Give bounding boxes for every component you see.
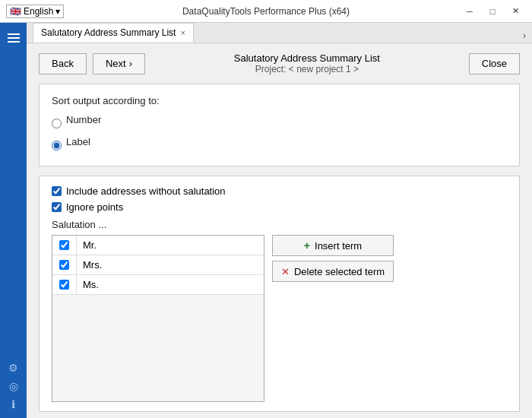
menu-line xyxy=(8,33,20,35)
sort-label: Sort output according to: xyxy=(52,95,507,106)
salutation-label: Salutation ... xyxy=(52,219,507,230)
toolbar-title-main: Salutatory Address Summary List xyxy=(151,52,463,64)
sal-text-mr: Mr. xyxy=(77,239,264,251)
salutation-empty-area xyxy=(52,295,264,401)
sidebar: ⚙ ◎ ℹ xyxy=(0,23,27,418)
toolbar: Back Next › Salutatory Address Summary L… xyxy=(39,52,520,74)
sal-checkbox-cell-ms xyxy=(52,275,77,294)
sal-text-mrs: Mrs. xyxy=(77,259,264,271)
delete-term-button[interactable]: ✕ Delete selected term xyxy=(272,261,394,282)
action-buttons: + Insert term ✕ Delete selected term xyxy=(272,235,394,282)
salutation-row-mrs: Mrs. xyxy=(52,255,264,275)
help-icon[interactable]: ◎ xyxy=(9,380,18,392)
sort-section: Sort output according to: Number Label xyxy=(52,95,507,155)
plus-icon: + xyxy=(304,239,310,252)
language-label: English xyxy=(24,6,53,17)
language-selector[interactable]: 🇬🇧 English ▾ xyxy=(6,5,64,18)
sal-checkbox-cell-mr xyxy=(52,236,77,255)
insert-term-button[interactable]: + Insert term xyxy=(272,235,394,256)
sort-label-radio[interactable] xyxy=(52,141,62,150)
sal-checkbox-ms[interactable] xyxy=(59,280,69,290)
settings-icon[interactable]: ⚙ xyxy=(8,362,18,374)
back-button[interactable]: Back xyxy=(39,53,87,74)
tab-close-icon[interactable]: × xyxy=(180,29,185,37)
sal-checkbox-mr[interactable] xyxy=(59,240,69,250)
ignore-points-item: Ignore points xyxy=(52,201,507,213)
toolbar-title: Salutatory Address Summary List Project:… xyxy=(151,52,463,74)
maximize-button[interactable]: □ xyxy=(482,4,503,19)
tab-label: Salutatory Address Summary List xyxy=(41,27,176,38)
sal-checkbox-cell-mrs xyxy=(52,255,77,274)
ignore-points-label[interactable]: Ignore points xyxy=(66,201,123,213)
window-controls: ─ □ ✕ xyxy=(459,4,526,19)
tab-bar: Salutatory Address Summary List × › xyxy=(27,23,532,43)
delete-term-label: Delete selected term xyxy=(294,266,385,277)
tab-salutatory[interactable]: Salutatory Address Summary List × xyxy=(33,23,194,43)
app-layout: ⚙ ◎ ℹ Salutatory Address Summary List × … xyxy=(0,23,532,418)
sal-text-ms: Ms. xyxy=(77,279,264,290)
menu-line xyxy=(8,37,20,39)
sort-number-item: Number xyxy=(52,114,507,133)
next-icon: › xyxy=(129,58,132,69)
sort-radio-group: Number Label xyxy=(52,114,507,155)
sort-label-item: Label xyxy=(52,136,507,155)
salutation-table: Mr. Mrs. Ms. xyxy=(52,235,264,402)
sidebar-menu-button[interactable] xyxy=(3,29,24,47)
menu-line xyxy=(8,41,20,43)
next-button[interactable]: Next › xyxy=(93,53,145,74)
insert-term-label: Insert term xyxy=(315,240,362,252)
info-icon[interactable]: ℹ xyxy=(11,398,15,410)
salutation-container: Mr. Mrs. Ms. xyxy=(52,235,507,402)
close-button[interactable]: Close xyxy=(469,53,520,74)
next-label: Next xyxy=(106,58,126,69)
delete-icon: ✕ xyxy=(281,266,290,277)
page-content: Back Next › Salutatory Address Summary L… xyxy=(27,43,532,418)
title-bar: 🇬🇧 English ▾ DataQualityTools Performanc… xyxy=(0,0,532,23)
flag-icon: 🇬🇧 xyxy=(10,6,21,17)
ignore-points-checkbox[interactable] xyxy=(52,202,62,212)
sort-panel: Sort output according to: Number Label xyxy=(39,84,520,166)
window-close-button[interactable]: ✕ xyxy=(505,4,526,19)
sort-number-label[interactable]: Number xyxy=(66,114,101,125)
sidebar-bottom: ⚙ ◎ ℹ xyxy=(8,362,18,418)
include-addresses-item: Include addresses without salutation xyxy=(52,185,507,197)
sort-label-label[interactable]: Label xyxy=(66,136,90,147)
include-addresses-label[interactable]: Include addresses without salutation xyxy=(66,185,226,197)
salutation-row-ms: Ms. xyxy=(52,275,264,295)
salutation-row-mr: Mr. xyxy=(52,236,264,255)
toolbar-title-sub: Project: < new project 1 > xyxy=(151,64,463,74)
minimize-button[interactable]: ─ xyxy=(459,4,480,19)
chevron-down-icon: ▾ xyxy=(55,6,60,17)
tab-scroll-arrow[interactable]: › xyxy=(520,29,529,43)
sal-checkbox-mrs[interactable] xyxy=(59,260,69,270)
options-panel: Include addresses without salutation Ign… xyxy=(39,176,520,412)
content-area: Salutatory Address Summary List × › Back… xyxy=(27,23,532,418)
app-title: DataQualityTools Performance Plus (x64) xyxy=(182,6,350,17)
sort-number-radio[interactable] xyxy=(52,119,62,128)
include-addresses-checkbox[interactable] xyxy=(52,186,62,196)
title-bar-left: 🇬🇧 English ▾ xyxy=(6,5,64,18)
